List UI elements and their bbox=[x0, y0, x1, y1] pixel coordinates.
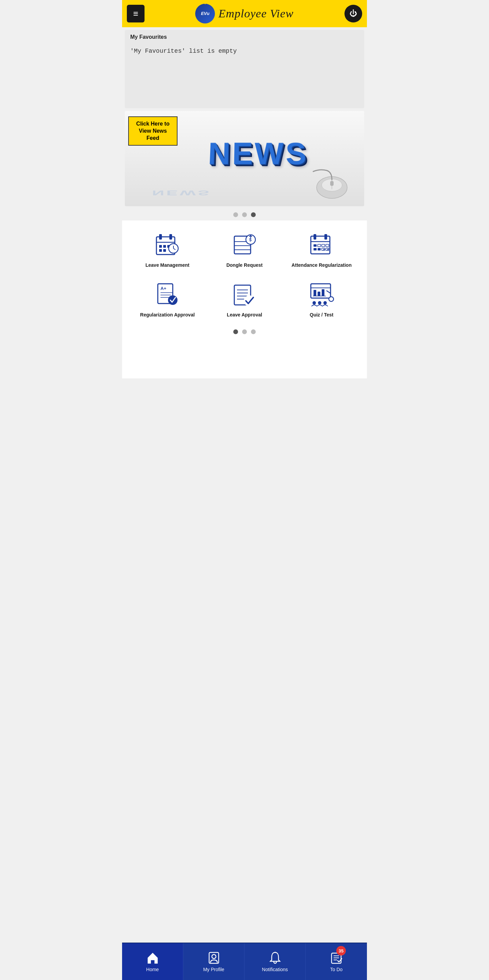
carousel-dots-2 bbox=[122, 323, 367, 337]
svg-rect-27 bbox=[314, 244, 317, 247]
svg-rect-30 bbox=[326, 244, 329, 247]
leave-management-icon bbox=[154, 231, 181, 258]
svg-text:$: $ bbox=[249, 237, 252, 242]
menu-item-leave-approval[interactable]: Leave Approval bbox=[206, 274, 283, 323]
menu-item-leave-management[interactable]: Leave Management bbox=[129, 224, 206, 274]
svg-rect-53 bbox=[314, 290, 316, 296]
svg-rect-6 bbox=[169, 234, 172, 240]
carousel-dot-1[interactable] bbox=[233, 212, 238, 217]
news-3d-text: NEWS bbox=[208, 136, 309, 171]
svg-rect-12 bbox=[163, 249, 166, 252]
carousel-dot-3[interactable] bbox=[251, 212, 256, 217]
menu-button[interactable]: ≡ bbox=[127, 5, 144, 22]
carousel-dot-2-1[interactable] bbox=[233, 329, 238, 334]
svg-rect-54 bbox=[318, 292, 320, 296]
quiz-test-icon bbox=[308, 280, 335, 308]
regularization-approval-label: Regularization Approval bbox=[140, 312, 195, 318]
menu-item-quiz-test[interactable]: Quiz / Test bbox=[283, 274, 360, 323]
menu-icon: ≡ bbox=[133, 9, 138, 18]
svg-rect-8 bbox=[159, 245, 162, 248]
quiz-test-label: Quiz / Test bbox=[310, 312, 333, 318]
logo-circle: ✦ EVu bbox=[195, 4, 215, 24]
carousel-dot-2[interactable] bbox=[242, 212, 247, 217]
svg-rect-3 bbox=[330, 181, 333, 186]
carousel-dots-1 bbox=[122, 208, 367, 221]
svg-rect-5 bbox=[159, 234, 162, 240]
dongle-request-icon: $ bbox=[231, 231, 258, 258]
svg-rect-24 bbox=[314, 234, 316, 240]
logo-text: Employee View bbox=[218, 7, 294, 20]
logo-abbr: EVu bbox=[201, 11, 210, 16]
svg-rect-28 bbox=[318, 244, 321, 247]
menu-item-dongle-request[interactable]: $ Dongle Request bbox=[206, 224, 283, 274]
app-logo: ✦ EVu Employee View bbox=[144, 4, 345, 24]
carousel-dot-2-3[interactable] bbox=[251, 329, 256, 334]
favourites-title: My Favourites bbox=[130, 34, 359, 40]
svg-point-58 bbox=[329, 297, 333, 301]
carousel-dot-2-2[interactable] bbox=[242, 329, 247, 334]
svg-rect-25 bbox=[324, 234, 327, 240]
news-reflection: NEWS bbox=[152, 189, 211, 197]
news-feed-button[interactable]: Click Here to View News Feed bbox=[128, 116, 178, 146]
power-button[interactable]: ⏻ bbox=[345, 5, 362, 22]
svg-point-60 bbox=[318, 301, 321, 305]
leave-approval-label: Leave Approval bbox=[227, 312, 262, 318]
logo-rays: ✦ bbox=[204, 2, 206, 5]
mouse-illustration bbox=[310, 169, 354, 199]
svg-rect-11 bbox=[159, 249, 162, 252]
regularization-approval-icon: A+ bbox=[154, 280, 181, 308]
leave-approval-icon bbox=[231, 280, 258, 308]
svg-point-61 bbox=[323, 301, 327, 305]
attendance-regularization-label: Attendance Regularization bbox=[291, 262, 352, 268]
power-icon: ⏻ bbox=[349, 9, 357, 18]
attendance-regularization-icon bbox=[308, 231, 335, 258]
favourites-section: My Favourites 'My Favourites' list is em… bbox=[125, 30, 364, 108]
svg-point-59 bbox=[313, 301, 316, 305]
svg-rect-29 bbox=[322, 244, 325, 247]
app-header: ≡ ✦ EVu Employee View ⏻ bbox=[122, 0, 367, 27]
menu-grid: Leave Management $ Dongle Request bbox=[122, 221, 367, 323]
menu-item-attendance-regularization[interactable]: Attendance Regularization bbox=[283, 224, 360, 274]
bottom-spacer bbox=[122, 337, 367, 379]
favourites-empty-message: 'My Favourites' list is empty bbox=[130, 44, 359, 58]
svg-rect-31 bbox=[314, 248, 317, 250]
svg-text:A+: A+ bbox=[160, 286, 166, 291]
svg-rect-55 bbox=[322, 289, 324, 296]
svg-rect-32 bbox=[318, 248, 321, 250]
svg-rect-9 bbox=[163, 245, 166, 248]
dongle-request-label: Dongle Request bbox=[227, 262, 263, 268]
leave-management-label: Leave Management bbox=[146, 262, 189, 268]
menu-item-regularization-approval[interactable]: A+ Regularization Approval bbox=[129, 274, 206, 323]
news-feed-banner: Click Here to View News Feed NEWS NEWS bbox=[125, 111, 364, 206]
svg-point-44 bbox=[168, 295, 178, 305]
